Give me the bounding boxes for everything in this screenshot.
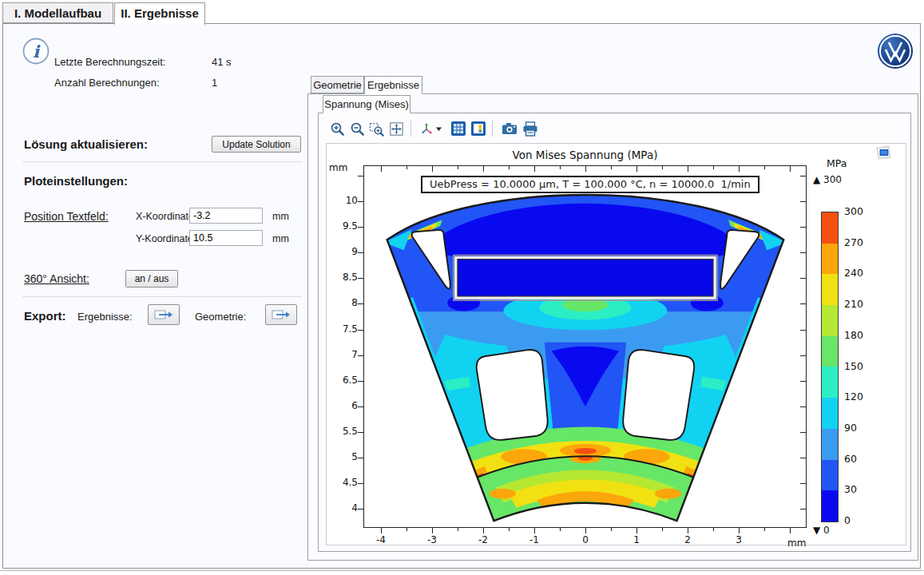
- vw-logo: [877, 33, 914, 69]
- y-coordinate-unit: mm: [272, 233, 289, 244]
- colorbar-min-marker: ▼ 0: [813, 525, 830, 536]
- separator: [22, 161, 302, 162]
- colorbar-band: [822, 274, 838, 305]
- plot-toolbar: [323, 118, 642, 141]
- x-axis-unit: mm: [787, 537, 806, 549]
- export-icon: [272, 309, 291, 320]
- cutout-left: [477, 350, 548, 440]
- plot-settings-heading: Ploteinstellungen:: [24, 174, 128, 188]
- colorbar-band: [822, 244, 838, 275]
- print-button[interactable]: [521, 120, 540, 137]
- toolbar-separator: [410, 121, 411, 137]
- zoom-in-icon: [330, 121, 345, 137]
- x-coordinate-input[interactable]: [189, 208, 263, 224]
- y-axis-unit: mm: [329, 162, 347, 173]
- export-results-label: Ergebnisse:: [77, 311, 133, 323]
- plot-icon[interactable]: [876, 145, 892, 161]
- toolbar-separator: [492, 121, 493, 137]
- window-edge: [0, 570, 924, 575]
- chevron-down-icon: [435, 125, 442, 133]
- colorbar-band: [822, 336, 838, 367]
- x-coordinate-label: X-Koordinate:: [136, 211, 196, 222]
- app-window: I. Modellaufbau II. Ergebnisse i Letzte …: [0, 0, 924, 575]
- last-calc-time-label: Letzte Berechnungszeit:: [54, 56, 165, 68]
- colorbar-unit: MPa: [827, 157, 847, 169]
- zoom-extents-button[interactable]: [387, 120, 406, 137]
- calc-count-label: Anzahl Berechnungen:: [54, 77, 160, 89]
- colorbar-max-marker: ▲ 300: [813, 174, 842, 185]
- separator: [22, 296, 302, 297]
- info-icon: i: [22, 37, 50, 65]
- view-360-label: 360° Ansicht:: [24, 272, 89, 285]
- colorbar: [821, 212, 839, 522]
- plot-annotation: UebPress = 10.0000 µm, T = 100.000 °C, n…: [421, 176, 759, 193]
- axis-orientation-button[interactable]: [417, 120, 444, 137]
- stress-plot: [363, 165, 807, 528]
- calc-count-value: 1: [212, 77, 217, 89]
- colorbar-band: [822, 490, 838, 521]
- tab-geometrie[interactable]: Geometrie: [311, 76, 364, 93]
- colorbar-band: [822, 398, 838, 429]
- zoom-out-button[interactable]: [347, 120, 367, 137]
- printer-icon: [522, 121, 538, 137]
- tab-ergebnisse[interactable]: II. Ergebnisse: [114, 2, 205, 25]
- export-results-button[interactable]: [148, 304, 180, 325]
- export-icon: [154, 309, 173, 320]
- plot-title: Von Mises Spannung (MPa): [363, 149, 807, 161]
- x-coordinate-unit: mm: [272, 211, 289, 222]
- y-coordinate-input[interactable]: [189, 230, 263, 246]
- tab-spannung-mises[interactable]: Spannung (Mises): [323, 95, 410, 113]
- grid-icon: [450, 121, 466, 137]
- colorbar-band: [822, 429, 838, 460]
- snapshot-button[interactable]: [500, 120, 519, 137]
- colorbar-band: [822, 212, 838, 244]
- update-solution-button[interactable]: Update Solution: [212, 136, 301, 153]
- colorbar-band: [822, 367, 838, 398]
- axis-orientation-icon: [419, 121, 435, 137]
- zoom-box-button[interactable]: [367, 120, 386, 137]
- update-solution-heading: Lösung aktualisieren:: [24, 137, 148, 151]
- zoom-out-icon: [350, 121, 365, 137]
- camera-icon: [502, 121, 518, 136]
- magnet: [458, 260, 713, 296]
- zoom-in-button[interactable]: [327, 120, 347, 137]
- export-geometry-button[interactable]: [265, 304, 297, 325]
- export-geometry-label: Geometrie:: [195, 311, 246, 323]
- tab-modellaufbau[interactable]: I. Modellaufbau: [2, 2, 113, 23]
- y-coordinate-label: Y-Koordinate:: [136, 233, 196, 244]
- colorbar-band: [822, 460, 838, 491]
- zoom-extents-icon: [389, 121, 404, 137]
- textfield-position-label: Position Textfeld:: [24, 210, 109, 223]
- colorbar-band: [822, 305, 838, 336]
- export-heading: Export:: [24, 309, 66, 323]
- tab-ergebnisse-plot[interactable]: Ergebnisse: [364, 76, 422, 94]
- legend-icon: [470, 121, 486, 137]
- grid-toggle-button[interactable]: [449, 120, 468, 137]
- cutout-right: [623, 350, 694, 440]
- last-calc-time-value: 41 s: [212, 56, 232, 68]
- zoom-box-icon: [369, 121, 384, 137]
- legend-toggle-button[interactable]: [469, 120, 488, 137]
- view-360-toggle-button[interactable]: an / aus: [125, 270, 178, 288]
